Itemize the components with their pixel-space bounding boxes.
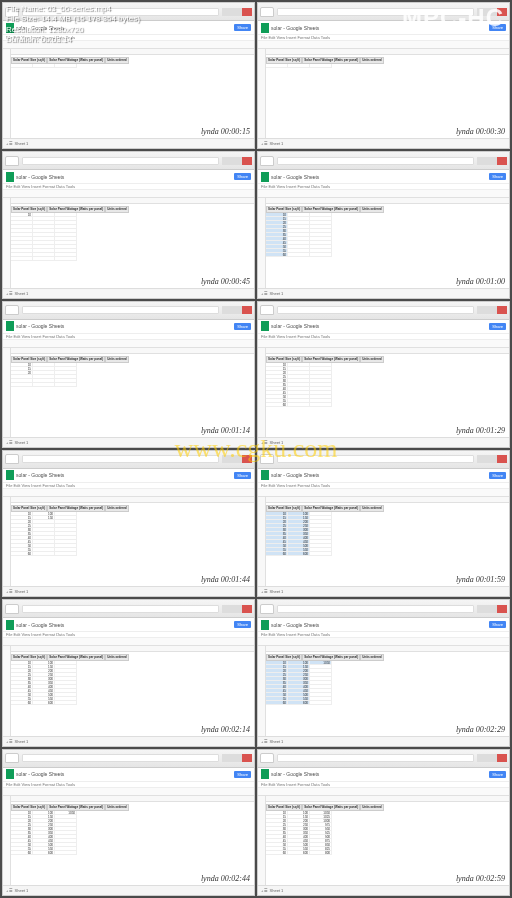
cells-area[interactable]: Solar Panel Size (sq ft)Solar Panel Watt… — [266, 646, 509, 735]
row-headers[interactable] — [258, 198, 266, 287]
sheet-footer[interactable]: + ☰ Sheet 1 — [3, 885, 254, 895]
document-title[interactable]: solar - Google Sheets — [16, 771, 234, 777]
column-headers[interactable] — [266, 796, 509, 802]
row-headers[interactable] — [258, 796, 266, 885]
cells-area[interactable]: Solar Panel Size (sq ft)Solar Panel Watt… — [11, 49, 254, 138]
browser-tab[interactable] — [260, 753, 274, 763]
minimize-button[interactable] — [477, 605, 487, 613]
thumbnail-4[interactable]: solar - Google SheetsShareFile Edit View… — [2, 301, 255, 448]
browser-tab[interactable] — [260, 305, 274, 315]
maximize-button[interactable] — [232, 605, 242, 613]
url-bar[interactable] — [277, 605, 474, 613]
maximize-button[interactable] — [487, 455, 497, 463]
cells-area[interactable]: Solar Panel Size (sq ft)Solar Panel Watt… — [11, 646, 254, 735]
share-button[interactable]: Share — [489, 472, 506, 479]
maximize-button[interactable] — [232, 754, 242, 762]
column-headers[interactable] — [11, 348, 254, 354]
thumbnail-3[interactable]: solar - Google SheetsShareFile Edit View… — [257, 151, 510, 298]
table-body[interactable] — [266, 64, 509, 68]
url-bar[interactable] — [22, 455, 219, 463]
document-title[interactable]: solar - Google Sheets — [271, 323, 489, 329]
row-headers[interactable] — [258, 49, 266, 138]
browser-tab[interactable] — [5, 305, 19, 315]
minimize-button[interactable] — [222, 8, 232, 16]
cells-area[interactable]: Solar Panel Size (sq ft)Solar Panel Watt… — [266, 348, 509, 437]
thumbnail-7[interactable]: solar - Google SheetsShareFile Edit View… — [257, 450, 510, 597]
table-body[interactable]: 1010010501515020200252503030035350404004… — [266, 661, 509, 705]
share-button[interactable]: Share — [489, 173, 506, 180]
cells-area[interactable]: Solar Panel Size (sq ft)Solar Panel Watt… — [11, 796, 254, 885]
column-headers[interactable] — [266, 198, 509, 204]
close-button[interactable] — [497, 157, 507, 165]
document-title[interactable]: solar - Google Sheets — [16, 174, 234, 180]
column-headers[interactable] — [11, 198, 254, 204]
url-bar[interactable] — [277, 455, 474, 463]
browser-tab[interactable] — [260, 7, 274, 17]
document-title[interactable]: solar - Google Sheets — [16, 472, 234, 478]
toolbar[interactable] — [3, 489, 254, 497]
column-headers[interactable] — [11, 49, 254, 55]
document-title[interactable]: solar - Google Sheets — [271, 174, 489, 180]
sheet-footer[interactable]: + ☰ Sheet 1 — [258, 288, 509, 298]
maximize-button[interactable] — [487, 605, 497, 613]
row-headers[interactable] — [3, 198, 11, 287]
row-headers[interactable] — [258, 646, 266, 735]
share-button[interactable]: Share — [489, 621, 506, 628]
close-button[interactable] — [242, 754, 252, 762]
table-body[interactable]: 101520 — [11, 363, 254, 387]
sheet-footer[interactable]: + ☰ Sheet 1 — [258, 586, 509, 596]
maximize-button[interactable] — [232, 157, 242, 165]
row-headers[interactable] — [3, 497, 11, 586]
cells-area[interactable]: Solar Panel Size (sq ft)Solar Panel Watt… — [266, 49, 509, 138]
table-body[interactable]: 1010015150202530354045505560 — [11, 512, 254, 556]
browser-tab[interactable] — [5, 604, 19, 614]
toolbar[interactable] — [3, 638, 254, 646]
cells-area[interactable]: Solar Panel Size (sq ft)Solar Panel Watt… — [11, 497, 254, 586]
share-button[interactable]: Share — [234, 323, 251, 330]
thumbnail-2[interactable]: solar - Google SheetsShareFile Edit View… — [2, 151, 255, 298]
close-button[interactable] — [242, 8, 252, 16]
cells-area[interactable]: Solar Panel Size (sq ft)Solar Panel Watt… — [11, 198, 254, 287]
table-body[interactable]: 1015202530354045505560 — [266, 213, 509, 257]
close-button[interactable] — [242, 157, 252, 165]
sheet-footer[interactable]: + ☰ Sheet 1 — [3, 138, 254, 148]
url-bar[interactable] — [22, 306, 219, 314]
share-button[interactable]: Share — [234, 472, 251, 479]
url-bar[interactable] — [22, 754, 219, 762]
close-button[interactable] — [242, 455, 252, 463]
url-bar[interactable] — [22, 605, 219, 613]
share-button[interactable]: Share — [489, 771, 506, 778]
toolbar[interactable] — [258, 41, 509, 49]
row-headers[interactable] — [3, 348, 11, 437]
maximize-button[interactable] — [232, 306, 242, 314]
maximize-button[interactable] — [487, 157, 497, 165]
url-bar[interactable] — [277, 306, 474, 314]
share-button[interactable]: Share — [234, 173, 251, 180]
close-button[interactable] — [497, 605, 507, 613]
row-headers[interactable] — [258, 497, 266, 586]
table-body[interactable]: 1015202530354045505560 — [266, 363, 509, 407]
table-body[interactable]: 1010010501515010252020010002525097530300… — [266, 811, 509, 855]
minimize-button[interactable] — [222, 455, 232, 463]
browser-tab[interactable] — [5, 454, 19, 464]
share-button[interactable]: Share — [234, 771, 251, 778]
sheet-footer[interactable]: + ☰ Sheet 1 — [258, 437, 509, 447]
cells-area[interactable]: Solar Panel Size (sq ft)Solar Panel Watt… — [266, 497, 509, 586]
thumbnail-6[interactable]: solar - Google SheetsShareFile Edit View… — [2, 450, 255, 597]
row-headers[interactable] — [3, 646, 11, 735]
table-body[interactable]: 1010015150202002525030300353504040045450… — [266, 512, 509, 556]
sheet-footer[interactable]: + ☰ Sheet 1 — [258, 736, 509, 746]
maximize-button[interactable] — [487, 306, 497, 314]
browser-tab[interactable] — [260, 454, 274, 464]
url-bar[interactable] — [277, 754, 474, 762]
browser-tab[interactable] — [5, 753, 19, 763]
url-bar[interactable] — [22, 157, 219, 165]
minimize-button[interactable] — [222, 605, 232, 613]
table-body[interactable]: 1010015150202002525030300353504040045450… — [11, 661, 254, 705]
close-button[interactable] — [242, 605, 252, 613]
toolbar[interactable] — [258, 788, 509, 796]
cells-area[interactable]: Solar Panel Size (sq ft)Solar Panel Watt… — [266, 198, 509, 287]
thumbnail-9[interactable]: solar - Google SheetsShareFile Edit View… — [257, 599, 510, 746]
column-headers[interactable] — [266, 497, 509, 503]
row-headers[interactable] — [3, 796, 11, 885]
